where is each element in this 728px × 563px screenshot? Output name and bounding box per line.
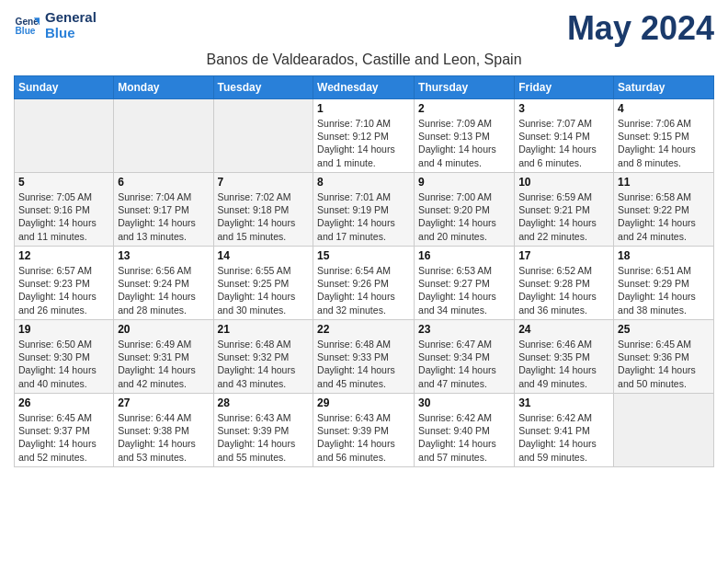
day-cell: 26Sunrise: 6:45 AM Sunset: 9:37 PM Dayli…	[15, 394, 114, 467]
day-number: 2	[418, 102, 510, 115]
day-info: Sunrise: 6:51 AM Sunset: 9:29 PM Dayligh…	[618, 264, 710, 316]
day-cell: 12Sunrise: 6:57 AM Sunset: 9:23 PM Dayli…	[15, 247, 114, 320]
day-info: Sunrise: 6:52 AM Sunset: 9:28 PM Dayligh…	[518, 264, 609, 316]
day-info: Sunrise: 6:45 AM Sunset: 9:36 PM Dayligh…	[618, 338, 710, 390]
day-info: Sunrise: 6:50 AM Sunset: 9:30 PM Dayligh…	[18, 338, 109, 390]
day-info: Sunrise: 6:54 AM Sunset: 9:26 PM Dayligh…	[317, 264, 410, 316]
logo: General Blue General Blue	[14, 9, 97, 40]
week-row-1: 1Sunrise: 7:10 AM Sunset: 9:12 PM Daylig…	[15, 99, 714, 173]
day-cell: 16Sunrise: 6:53 AM Sunset: 9:27 PM Dayli…	[415, 247, 515, 320]
day-cell: 6Sunrise: 7:04 AM Sunset: 9:17 PM Daylig…	[114, 173, 213, 247]
day-number: 27	[118, 396, 209, 409]
day-cell	[614, 394, 714, 467]
day-number: 22	[317, 323, 410, 336]
day-cell: 2Sunrise: 7:09 AM Sunset: 9:13 PM Daylig…	[415, 99, 515, 173]
day-number: 1	[317, 102, 410, 115]
title-block: May 2024	[567, 9, 714, 48]
day-number: 31	[518, 396, 609, 409]
calendar-header: SundayMondayTuesdayWednesdayThursdayFrid…	[15, 76, 714, 99]
calendar-table: SundayMondayTuesdayWednesdayThursdayFrid…	[14, 75, 714, 467]
day-cell: 20Sunrise: 6:49 AM Sunset: 9:31 PM Dayli…	[114, 320, 213, 394]
day-cell: 4Sunrise: 7:06 AM Sunset: 9:15 PM Daylig…	[614, 99, 714, 173]
day-cell: 25Sunrise: 6:45 AM Sunset: 9:36 PM Dayli…	[614, 320, 714, 394]
day-info: Sunrise: 7:04 AM Sunset: 9:17 PM Dayligh…	[118, 190, 209, 243]
day-cell: 14Sunrise: 6:55 AM Sunset: 9:25 PM Dayli…	[213, 247, 313, 320]
day-cell: 21Sunrise: 6:48 AM Sunset: 9:32 PM Dayli…	[213, 320, 313, 394]
day-cell	[213, 99, 313, 173]
day-number: 7	[218, 176, 310, 189]
day-cell: 27Sunrise: 6:44 AM Sunset: 9:38 PM Dayli…	[114, 394, 213, 467]
day-info: Sunrise: 6:58 AM Sunset: 9:22 PM Dayligh…	[618, 190, 710, 243]
day-number: 10	[518, 176, 609, 189]
day-info: Sunrise: 7:06 AM Sunset: 9:15 PM Dayligh…	[618, 117, 710, 169]
day-info: Sunrise: 7:02 AM Sunset: 9:18 PM Dayligh…	[218, 190, 310, 243]
day-info: Sunrise: 6:49 AM Sunset: 9:31 PM Dayligh…	[118, 338, 209, 390]
week-row-5: 26Sunrise: 6:45 AM Sunset: 9:37 PM Dayli…	[15, 394, 714, 467]
day-number: 21	[218, 323, 310, 336]
day-info: Sunrise: 6:55 AM Sunset: 9:25 PM Dayligh…	[218, 264, 310, 316]
day-number: 12	[18, 249, 109, 262]
day-info: Sunrise: 7:05 AM Sunset: 9:16 PM Dayligh…	[18, 190, 109, 243]
day-info: Sunrise: 6:42 AM Sunset: 9:41 PM Dayligh…	[518, 411, 609, 464]
day-cell: 8Sunrise: 7:01 AM Sunset: 9:19 PM Daylig…	[313, 173, 415, 247]
day-info: Sunrise: 6:43 AM Sunset: 9:39 PM Dayligh…	[218, 411, 310, 464]
day-info: Sunrise: 6:47 AM Sunset: 9:34 PM Dayligh…	[418, 338, 510, 390]
day-info: Sunrise: 6:45 AM Sunset: 9:37 PM Dayligh…	[18, 411, 109, 464]
day-info: Sunrise: 6:48 AM Sunset: 9:33 PM Dayligh…	[317, 338, 410, 390]
day-cell: 13Sunrise: 6:56 AM Sunset: 9:24 PM Dayli…	[114, 247, 213, 320]
day-info: Sunrise: 6:57 AM Sunset: 9:23 PM Dayligh…	[18, 264, 109, 316]
svg-text:Blue: Blue	[16, 26, 36, 36]
day-number: 24	[518, 323, 609, 336]
day-number: 4	[618, 102, 710, 115]
day-number: 19	[18, 323, 109, 336]
day-cell: 15Sunrise: 6:54 AM Sunset: 9:26 PM Dayli…	[313, 247, 415, 320]
day-info: Sunrise: 7:10 AM Sunset: 9:12 PM Dayligh…	[317, 117, 410, 169]
day-number: 18	[618, 249, 710, 262]
day-cell: 1Sunrise: 7:10 AM Sunset: 9:12 PM Daylig…	[313, 99, 415, 173]
main-title: May 2024	[567, 9, 714, 48]
day-cell: 17Sunrise: 6:52 AM Sunset: 9:28 PM Dayli…	[515, 247, 614, 320]
day-number: 29	[317, 396, 410, 409]
day-info: Sunrise: 6:43 AM Sunset: 9:39 PM Dayligh…	[317, 411, 410, 464]
logo-general: General	[45, 9, 97, 25]
logo-icon: General Blue	[14, 12, 40, 38]
day-number: 23	[418, 323, 510, 336]
day-cell: 30Sunrise: 6:42 AM Sunset: 9:40 PM Dayli…	[415, 394, 515, 467]
day-number: 26	[18, 396, 109, 409]
day-info: Sunrise: 6:44 AM Sunset: 9:38 PM Dayligh…	[118, 411, 209, 464]
day-cell: 29Sunrise: 6:43 AM Sunset: 9:39 PM Dayli…	[313, 394, 415, 467]
day-cell	[114, 99, 213, 173]
day-number: 13	[118, 249, 209, 262]
day-cell: 10Sunrise: 6:59 AM Sunset: 9:21 PM Dayli…	[515, 173, 614, 247]
day-cell: 31Sunrise: 6:42 AM Sunset: 9:41 PM Dayli…	[515, 394, 614, 467]
day-number: 28	[218, 396, 310, 409]
day-info: Sunrise: 6:53 AM Sunset: 9:27 PM Dayligh…	[418, 264, 510, 316]
day-cell: 19Sunrise: 6:50 AM Sunset: 9:30 PM Dayli…	[15, 320, 114, 394]
logo-blue: Blue	[45, 25, 97, 40]
day-info: Sunrise: 6:48 AM Sunset: 9:32 PM Dayligh…	[218, 338, 310, 390]
day-cell: 11Sunrise: 6:58 AM Sunset: 9:22 PM Dayli…	[614, 173, 714, 247]
day-info: Sunrise: 6:42 AM Sunset: 9:40 PM Dayligh…	[418, 411, 510, 464]
column-header-saturday: Saturday	[614, 76, 714, 99]
day-cell: 5Sunrise: 7:05 AM Sunset: 9:16 PM Daylig…	[15, 173, 114, 247]
column-header-tuesday: Tuesday	[213, 76, 313, 99]
column-header-thursday: Thursday	[415, 76, 515, 99]
column-header-friday: Friday	[515, 76, 614, 99]
day-number: 20	[118, 323, 209, 336]
day-number: 14	[218, 249, 310, 262]
week-row-4: 19Sunrise: 6:50 AM Sunset: 9:30 PM Dayli…	[15, 320, 714, 394]
day-cell: 18Sunrise: 6:51 AM Sunset: 9:29 PM Dayli…	[614, 247, 714, 320]
day-cell: 23Sunrise: 6:47 AM Sunset: 9:34 PM Dayli…	[415, 320, 515, 394]
day-info: Sunrise: 6:56 AM Sunset: 9:24 PM Dayligh…	[118, 264, 209, 316]
day-info: Sunrise: 6:59 AM Sunset: 9:21 PM Dayligh…	[518, 190, 609, 243]
column-header-wednesday: Wednesday	[313, 76, 415, 99]
day-number: 3	[518, 102, 609, 115]
column-header-monday: Monday	[114, 76, 213, 99]
day-cell: 22Sunrise: 6:48 AM Sunset: 9:33 PM Dayli…	[313, 320, 415, 394]
day-number: 15	[317, 249, 410, 262]
day-number: 25	[618, 323, 710, 336]
day-cell: 28Sunrise: 6:43 AM Sunset: 9:39 PM Dayli…	[213, 394, 313, 467]
day-info: Sunrise: 7:07 AM Sunset: 9:14 PM Dayligh…	[518, 117, 609, 169]
day-number: 9	[418, 176, 510, 189]
column-header-sunday: Sunday	[15, 76, 114, 99]
